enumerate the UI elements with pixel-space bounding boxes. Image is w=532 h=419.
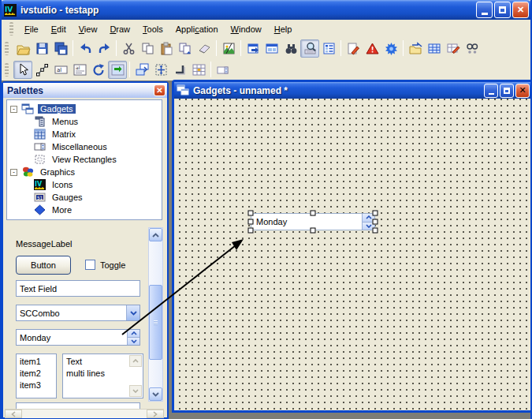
minimize-button[interactable] [476, 2, 493, 18]
select-arrow-button[interactable] [13, 61, 32, 79]
snap-corner-button[interactable] [170, 61, 189, 79]
collapse-icon[interactable]: - [10, 106, 17, 113]
window-move-button[interactable] [244, 39, 262, 58]
selected-gadget[interactable]: Monday [251, 213, 375, 230]
menu-view[interactable]: View [73, 22, 104, 36]
list-item[interactable]: item2 [20, 368, 56, 380]
save-all-button[interactable] [51, 39, 70, 58]
fit-resize-button[interactable] [151, 61, 170, 79]
selection-handle[interactable] [311, 211, 316, 216]
label-button[interactable]: al [51, 61, 70, 79]
cut-button[interactable] [119, 39, 138, 58]
selection-handle[interactable] [311, 228, 316, 234]
matrix-table-button[interactable] [189, 61, 208, 79]
child-close-button[interactable]: ✕ [515, 84, 530, 98]
edit-points-button[interactable] [32, 61, 51, 79]
find-members-button[interactable] [463, 39, 482, 58]
selection-handle[interactable] [248, 219, 254, 225]
toolbar-grip[interactable] [5, 63, 9, 77]
combo-gadget-button[interactable] [214, 61, 233, 79]
menu-draw[interactable]: Draw [103, 22, 136, 36]
text-field-gadget[interactable]: Text Field [16, 280, 140, 297]
collapse-icon[interactable]: - [10, 169, 17, 176]
tree-item-matrix[interactable]: Matrix [7, 128, 162, 140]
scroll-left-button[interactable] [5, 410, 22, 418]
redo-button[interactable] [95, 39, 113, 58]
find-binoculars-button[interactable] [281, 39, 300, 58]
palettes-titlebar[interactable]: Palettes ✕ [3, 83, 167, 98]
copy-button[interactable] [138, 39, 157, 58]
message-label-gadget[interactable]: MessageLabel [16, 239, 73, 249]
text-area-gadget[interactable]: Text multi lines [62, 354, 143, 398]
checkbox-icon[interactable] [85, 260, 95, 270]
palette-horizontal-scrollbar[interactable] [5, 409, 164, 418]
selection-handle[interactable] [373, 219, 378, 225]
combo-dropdown-button[interactable] [126, 305, 140, 320]
paste-button[interactable] [157, 39, 176, 58]
design-canvas[interactable]: Monday [174, 99, 531, 410]
scroll-up-button[interactable] [129, 355, 142, 367]
scroll-down-button[interactable] [129, 385, 142, 397]
selection-handle[interactable] [373, 228, 378, 234]
menu-edit[interactable]: Edit [45, 22, 73, 36]
debug-gear-button[interactable] [381, 39, 400, 58]
gadgets-window-titlebar[interactable]: Gadgets - unnamed * ✕ [174, 82, 531, 99]
toggle-gadget[interactable]: Toggle [85, 260, 125, 270]
window-panels-button[interactable] [262, 39, 281, 58]
menu-tools[interactable]: Tools [136, 22, 169, 36]
scroll-down-button[interactable] [149, 387, 162, 401]
refresh-button[interactable] [108, 61, 127, 79]
grid-window-button[interactable] [425, 39, 444, 58]
multiline-label-button[interactable]: al [70, 61, 89, 79]
list-gadget[interactable]: item1 item2 item3 [16, 354, 57, 398]
undo-button[interactable] [76, 39, 95, 58]
save-button[interactable] [32, 39, 51, 58]
tree-item-miscellaneous[interactable]: Miscellaneous [7, 140, 162, 153]
grid-edit-button[interactable] [444, 39, 463, 58]
list-item[interactable]: item3 [20, 380, 56, 391]
toolbar-grip[interactable] [5, 42, 9, 55]
image-viewer-button[interactable] [219, 39, 238, 58]
open-folder-button[interactable] [13, 39, 32, 58]
tree-item-icons[interactable]: IV Icons [7, 178, 162, 191]
menu-help[interactable]: Help [268, 22, 299, 36]
zoom-tool-button[interactable] [300, 39, 319, 58]
tree-item-more[interactable]: More [7, 204, 162, 216]
selection-handle[interactable] [248, 228, 254, 234]
spin-combo-gadget[interactable]: Monday [16, 329, 140, 346]
child-minimize-button[interactable] [484, 84, 498, 98]
toolbar-grip[interactable] [9, 22, 13, 36]
close-button[interactable]: ✕ [512, 2, 529, 18]
selection-handle[interactable] [248, 211, 254, 216]
scrollbar-thumb[interactable] [149, 285, 162, 360]
tree-item-view-rectangles[interactable]: View Rectangles [7, 153, 162, 166]
note-edit-button[interactable] [344, 39, 363, 58]
tree-item-menus[interactable]: Menus [7, 115, 162, 128]
scroll-up-button[interactable] [149, 228, 162, 241]
menu-application[interactable]: Application [169, 22, 225, 36]
scroll-right-button[interactable] [147, 410, 164, 418]
tree-panel-button[interactable] [319, 39, 338, 58]
duplicate-button[interactable] [176, 39, 195, 58]
spin-down-button[interactable] [128, 337, 140, 345]
tree-item-graphics[interactable]: - Graphics [7, 166, 162, 178]
selection-handle[interactable] [373, 211, 378, 216]
button-gadget[interactable]: Button [16, 256, 71, 275]
rotate-button[interactable] [89, 61, 108, 79]
tree-item-gadgets[interactable]: - Gadgets [7, 103, 162, 115]
eraser-button[interactable] [195, 39, 214, 58]
tree-item-gauges[interactable]: 51 Gauges [7, 191, 162, 204]
bring-front-button[interactable] [132, 61, 151, 79]
menu-file[interactable]: File [18, 22, 45, 36]
palette-vertical-scrollbar[interactable] [148, 227, 163, 402]
spin-up-button[interactable] [128, 330, 140, 337]
sccombo-gadget[interactable]: SCCombo [16, 305, 140, 321]
error-triangle-button[interactable] [363, 39, 381, 58]
palettes-close-button[interactable]: ✕ [154, 84, 166, 96]
list-item[interactable]: item1 [20, 356, 56, 368]
titlebar[interactable]: IV ivstudio - testapp ✕ [0, 0, 532, 20]
maximize-button[interactable] [494, 2, 511, 18]
child-maximize-button[interactable] [500, 84, 514, 98]
menu-window[interactable]: Window [225, 22, 268, 36]
folder-export-button[interactable] [406, 39, 425, 58]
